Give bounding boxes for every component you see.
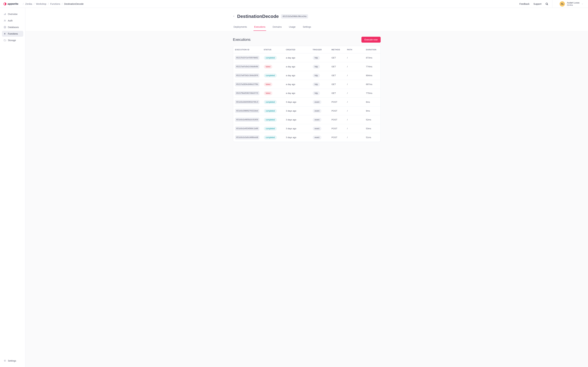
table-row[interactable]: 651e5e1e4534560c1a90 completed 3 days ag… (233, 124, 380, 133)
path-cell: / (347, 110, 366, 112)
status-badge: completed (264, 100, 277, 104)
chevron-left-icon (233, 15, 235, 17)
method-cell: GET (332, 74, 347, 77)
table-row[interactable]: 65217a973d2c16da18f6 completed a day ago… (233, 71, 380, 80)
sidebar-item-overview[interactable]: Overview (2, 11, 23, 17)
execute-now-button[interactable]: Execute now (362, 37, 380, 43)
breadcrumb-item[interactable]: Workshop (36, 3, 46, 5)
sidebar-item-label: Storage (8, 39, 16, 42)
tab-deployments[interactable]: Deployments (233, 23, 248, 31)
path-cell: / (347, 65, 366, 68)
table-row[interactable]: 65217a2834c840e2f70b failed a day ago ht… (233, 80, 380, 89)
trigger-pill: http (313, 74, 320, 77)
duration-cell: 53ms (366, 127, 379, 130)
duration-cell: 904ms (366, 74, 379, 77)
feedback-link[interactable]: Feedback (519, 3, 529, 5)
page-title: DestinationDecode (237, 14, 279, 19)
user-org: Zenika (567, 4, 579, 6)
duration-cell: 9ms (366, 110, 379, 112)
status-badge: completed (264, 127, 277, 131)
table-row[interactable]: 65217adfa5e2c9da9e9d failed a day ago ht… (233, 62, 380, 71)
breadcrumb-current: DestinationDecode (64, 3, 84, 5)
sidebar-item-label: Auth (8, 19, 13, 22)
tabs: Deployments Executions Domains Usage Set… (233, 23, 381, 31)
svg-rect-4 (5, 14, 5, 15)
created-cell: a day ago (286, 57, 313, 59)
bars-icon (4, 13, 6, 15)
tab-settings[interactable]: Settings (302, 23, 312, 31)
svg-line-2 (547, 4, 548, 5)
sidebar-item-label: Settings (8, 359, 16, 362)
execution-id-chip[interactable]: 651e5e29809274152ded (235, 109, 259, 113)
execution-id-chip[interactable]: 65217a2834c840e2f70b (235, 82, 259, 86)
svg-rect-3 (4, 14, 4, 15)
sidebar-item-settings[interactable]: Settings (2, 358, 23, 364)
table-row[interactable]: 651e5e1e3a9cd406eeb8 completed 3 days ag… (233, 133, 380, 142)
method-cell: POST (332, 127, 347, 130)
sidebar: Overview Auth Databases Functions Storag… (0, 8, 26, 367)
table-row[interactable]: 652179bd53017d6e5ff3 failed a day ago ht… (233, 89, 380, 98)
sidebar-item-auth[interactable]: Auth (2, 18, 23, 24)
brand-logo[interactable]: appwrite (3, 2, 18, 6)
appwrite-logo-icon (3, 2, 7, 6)
duration-cell: 770ms (366, 92, 379, 94)
table-row[interactable]: 65217b15f1ef595f8d62 completed a day ago… (233, 53, 380, 62)
th-method: METHOD (332, 49, 347, 51)
status-badge: completed (264, 135, 277, 139)
trigger-pill: event (313, 118, 321, 122)
created-cell: a day ago (286, 74, 313, 77)
function-id-chip[interactable]: 65151b3a5966c98ce14a (281, 14, 308, 18)
execution-id-chip[interactable]: 651e5e1e3a9cd406eeb8 (235, 135, 259, 139)
table-header: EXECUTION ID STATUS CREATED TRIGGER METH… (233, 46, 380, 53)
folder-icon (4, 39, 6, 42)
execution-id-chip[interactable]: 652179bd53017d6e5ff3 (235, 91, 259, 95)
method-cell: POST (332, 110, 347, 112)
execution-id-chip[interactable]: 651e5e2db44301bf44c3 (235, 100, 259, 104)
path-cell: / (347, 57, 366, 59)
gear-icon (4, 359, 6, 362)
execution-id-chip[interactable]: 65217a973d2c16da18f6 (235, 73, 259, 77)
sidebar-item-label: Overview (8, 13, 17, 15)
created-cell: a day ago (286, 83, 313, 85)
method-cell: POST (332, 118, 347, 121)
sidebar-item-storage[interactable]: Storage (2, 37, 23, 43)
sidebar-item-functions[interactable]: Functions (2, 31, 23, 37)
executions-table: EXECUTION ID STATUS CREATED TRIGGER METH… (233, 46, 381, 142)
trigger-pill: event (313, 127, 321, 131)
user-menu[interactable]: AL Audart Lucas Zenika (556, 1, 585, 7)
trigger-pill: event (313, 100, 321, 104)
user-text: Audart Lucas Zenika (567, 1, 579, 6)
duration-cell: 51ms (366, 136, 379, 139)
table-row[interactable]: 651e5e29809274152ded completed 3 days ag… (233, 107, 380, 115)
support-link[interactable]: Support (533, 3, 541, 5)
bolt-icon (4, 33, 6, 35)
search-icon[interactable] (545, 2, 548, 5)
method-cell: GET (332, 83, 347, 85)
page-header: DestinationDecode 65151b3a5966c98ce14a D… (26, 8, 588, 31)
path-cell: / (347, 83, 366, 85)
th-trigger: TRIGGER (313, 49, 332, 51)
breadcrumb-sep: / (23, 3, 24, 5)
back-button[interactable] (233, 15, 235, 18)
sidebar-item-databases[interactable]: Databases (2, 24, 23, 30)
content: Executions Execute now EXECUTION ID STAT… (233, 31, 381, 148)
execution-id-chip[interactable]: 651e5e1e4659a3c91459 (235, 118, 259, 122)
breadcrumb-item[interactable]: Functions (50, 3, 60, 5)
table-row[interactable]: 651e5e2db44301bf44c3 completed 3 days ag… (233, 98, 380, 107)
status-badge: failed (264, 91, 273, 95)
breadcrumb-sep: / (34, 3, 35, 5)
table-row[interactable]: 651e5e1e4659a3c91459 completed 3 days ag… (233, 115, 380, 124)
breadcrumb-sep: / (62, 3, 62, 5)
svg-point-1 (546, 3, 548, 5)
duration-cell: 774ms (366, 65, 379, 68)
execution-id-chip[interactable]: 65217adfa5e2c9da9e9d (235, 65, 259, 69)
execution-id-chip[interactable]: 65217b15f1ef595f8d62 (235, 56, 259, 60)
trigger-pill: http (313, 83, 320, 86)
tab-executions[interactable]: Executions (253, 23, 266, 31)
title-row: DestinationDecode 65151b3a5966c98ce14a (233, 14, 381, 19)
execution-id-chip[interactable]: 651e5e1e4534560c1a90 (235, 126, 259, 131)
tab-domains[interactable]: Domains (272, 23, 282, 31)
tab-usage[interactable]: Usage (288, 23, 296, 31)
trigger-pill: http (313, 56, 320, 60)
breadcrumb-item[interactable]: Zenika (25, 3, 32, 5)
